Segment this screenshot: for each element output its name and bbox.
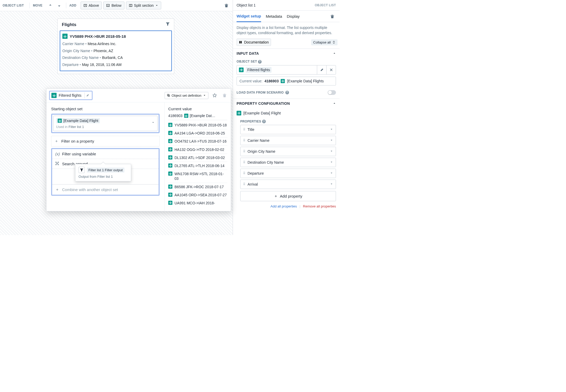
chevron-up-icon bbox=[333, 51, 336, 56]
filter-icon[interactable] bbox=[166, 22, 170, 27]
airplane-icon bbox=[237, 111, 241, 115]
move-label: MOVE bbox=[33, 4, 43, 7]
help-icon[interactable]: ? bbox=[262, 120, 266, 123]
property-item[interactable]: ⠿Origin City Name bbox=[240, 147, 336, 156]
drag-handle-icon[interactable]: ⠿ bbox=[243, 161, 245, 164]
trash-icon[interactable] bbox=[329, 13, 336, 20]
airplane-icon bbox=[168, 193, 172, 197]
tooltip-label[interactable]: Filter list 1 Filter output bbox=[87, 168, 124, 173]
airplane-icon bbox=[168, 123, 172, 127]
airplane-icon bbox=[168, 201, 172, 205]
airplane-icon bbox=[168, 131, 172, 135]
airplane-icon bbox=[168, 185, 172, 189]
panel-type: OBJECT LIST bbox=[315, 3, 336, 7]
object-set-name: Filtered flights bbox=[59, 93, 81, 97]
move-up-button[interactable] bbox=[47, 2, 54, 9]
airplane-icon bbox=[62, 34, 68, 39]
list-item[interactable]: B6586 JFK->ROC 2018-07-17 bbox=[168, 183, 227, 191]
chevron-down-icon bbox=[152, 121, 155, 125]
add-all-properties-link[interactable]: Add all properties bbox=[270, 204, 297, 208]
list-item[interactable]: OO4792 LAX->TUS 2018-07-16 bbox=[168, 137, 227, 145]
object-set-input[interactable]: Filtered flights bbox=[237, 65, 317, 74]
chevron-down-icon bbox=[330, 138, 333, 143]
list-item[interactable]: HA132 OGG->ITO 2018-02-02 bbox=[168, 145, 227, 154]
current-value-count: 4186903 [Example Dat… bbox=[168, 114, 227, 120]
widget-description: Display objects in a list format. The li… bbox=[233, 22, 340, 39]
filter-variable-tooltip: Filter list 1 Filter output Output from … bbox=[75, 164, 131, 181]
object-set-definition-button[interactable]: Object set definition bbox=[165, 92, 208, 99]
list-item[interactable]: YV5889 PHX->BUR 2018-05-18 bbox=[168, 121, 227, 129]
list-item[interactable]: YV5889 PHX->BUR 2018-05-18 Carrier Name•… bbox=[60, 30, 172, 71]
airplane-icon bbox=[281, 79, 285, 83]
property-item[interactable]: ⠿Carrier Name bbox=[240, 136, 336, 145]
property-item[interactable]: ⠿Destination City Name bbox=[240, 158, 336, 167]
airplane-icon bbox=[184, 114, 188, 118]
property-item[interactable]: ⠿Title bbox=[240, 125, 336, 134]
add-above-button[interactable]: Above bbox=[81, 2, 102, 9]
card-title: Flights bbox=[62, 22, 76, 27]
airplane-icon bbox=[239, 68, 244, 72]
object-set-popover: Filtered flights Object set definition S… bbox=[46, 88, 231, 211]
chevron-down-icon bbox=[330, 149, 333, 154]
property-configuration-section[interactable]: PROPERTY CONFIGURATION bbox=[233, 99, 340, 108]
airplane-icon bbox=[168, 155, 172, 160]
collapse-all-button[interactable]: Collapse all bbox=[311, 39, 338, 45]
starting-object-set-select[interactable]: [Example Data] Flight Used in Filter lis… bbox=[53, 116, 158, 131]
object-list-label: OBJECT LIST bbox=[3, 4, 24, 7]
input-data-section[interactable]: INPUT DATA bbox=[233, 48, 340, 58]
remove-all-properties-link[interactable]: Remove all properties bbox=[303, 204, 336, 208]
chevron-down-icon bbox=[330, 182, 333, 186]
airplane-icon bbox=[168, 163, 172, 168]
object-set-name-pill[interactable]: Filtered flights bbox=[49, 91, 93, 100]
plus-icon: ＋ bbox=[55, 187, 59, 192]
chevron-down-icon bbox=[330, 160, 333, 164]
widget-config-panel: Object list 1 OBJECT LIST Widget setup M… bbox=[233, 0, 340, 235]
edit-icon[interactable] bbox=[317, 65, 326, 74]
airplane-icon bbox=[58, 119, 62, 123]
tab-widget-setup[interactable]: Widget setup bbox=[237, 11, 261, 22]
list-item[interactable]: WN1708 RSW->STL 2018-01-03 bbox=[168, 170, 227, 182]
search-around-icon bbox=[55, 162, 59, 166]
help-icon[interactable]: ? bbox=[258, 60, 262, 64]
property-item[interactable]: ⠿Arrival bbox=[240, 180, 336, 189]
documentation-button[interactable]: Documentation bbox=[237, 39, 271, 46]
add-below-button[interactable]: Below bbox=[103, 2, 124, 9]
chevron-down-icon bbox=[330, 171, 333, 175]
plus-icon: ＋ bbox=[55, 139, 59, 144]
panel-title: Object list 1 bbox=[237, 3, 256, 7]
load-scenario-toggle[interactable] bbox=[328, 90, 336, 95]
airplane-icon bbox=[168, 139, 172, 143]
drag-handle-icon[interactable]: ⠿ bbox=[243, 139, 245, 142]
drag-handle-icon[interactable]: ⠿ bbox=[243, 150, 245, 153]
drag-handle-icon[interactable]: ⠿ bbox=[243, 172, 245, 175]
current-value-label: Current value bbox=[168, 107, 227, 111]
property-item[interactable]: ⠿Departure bbox=[240, 169, 336, 178]
variable-icon: (x) bbox=[55, 152, 59, 156]
toolbar: OBJECT LIST MOVE ADD Above Below Split s… bbox=[0, 0, 233, 11]
add-label: ADD bbox=[69, 4, 76, 7]
trash-icon[interactable] bbox=[221, 92, 228, 99]
filter-property-option[interactable]: ＋Filter on a property bbox=[51, 136, 160, 146]
delete-button[interactable] bbox=[223, 2, 230, 9]
list-item[interactable]: AA194 LGA->ORD 2018-06-25 bbox=[168, 129, 227, 137]
edit-icon[interactable] bbox=[85, 93, 90, 98]
filter-variable-option[interactable]: (x)Filter using variable bbox=[52, 149, 159, 159]
drag-handle-icon[interactable]: ⠿ bbox=[243, 182, 245, 186]
star-icon[interactable] bbox=[211, 92, 218, 99]
tab-metadata[interactable]: Metadata bbox=[266, 11, 282, 22]
move-down-button[interactable] bbox=[56, 2, 63, 9]
combine-option[interactable]: ＋Combine with another object set bbox=[52, 184, 159, 195]
starting-object-set-label: Starting object set bbox=[51, 107, 160, 111]
airplane-icon bbox=[51, 93, 57, 98]
close-icon[interactable] bbox=[326, 65, 336, 74]
chevron-up-icon bbox=[333, 101, 336, 106]
list-item[interactable]: DL1302 ATL->SDF 2018-03-02 bbox=[168, 154, 227, 162]
list-item[interactable]: AA1045 ORD->SEA 2018-07-27 bbox=[168, 191, 227, 199]
help-icon[interactable]: ? bbox=[285, 91, 289, 94]
split-section-button[interactable]: Split section bbox=[126, 2, 161, 9]
list-item[interactable]: UA991 MCO->IAH 2018- bbox=[168, 199, 227, 207]
drag-handle-icon[interactable]: ⠿ bbox=[243, 128, 245, 131]
add-property-button[interactable]: ＋Add property bbox=[240, 191, 336, 201]
tab-display[interactable]: Display bbox=[287, 11, 300, 22]
list-item[interactable]: DL2765 ATL->TLH 2018-06-14 bbox=[168, 162, 227, 170]
